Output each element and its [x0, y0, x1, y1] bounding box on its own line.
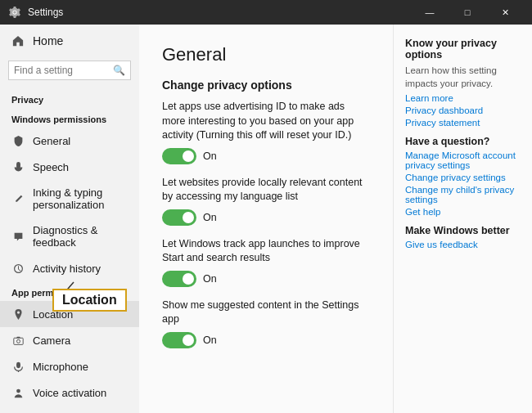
close-button[interactable]: ✕: [486, 0, 524, 25]
right-text-0: Learn how this setting impacts your priv…: [405, 64, 521, 90]
sidebar-item-microphone[interactable]: Microphone: [0, 353, 139, 379]
right-section-title-0: Know your privacy options: [405, 38, 521, 61]
page-title: General: [162, 44, 370, 65]
microphone-icon: [11, 160, 25, 173]
search-icon: 🔍: [113, 65, 125, 76]
app-permissions-label: App permissions: [0, 281, 139, 301]
maximize-button[interactable]: □: [449, 0, 486, 25]
pin-icon: [11, 308, 25, 321]
toggle-app-launches-label: On: [203, 273, 217, 285]
right-link-learn-more[interactable]: Learn more: [405, 93, 521, 103]
setting-app-launches-desc: Let Windows track app launches to improv…: [162, 237, 370, 266]
app-container: Home 🔍 Privacy Windows permissions Gener…: [0, 25, 532, 413]
setting-app-launches: Let Windows track app launches to improv…: [162, 237, 370, 287]
sidebar-item-speech[interactable]: Speech: [0, 154, 139, 180]
title-bar: Settings — □ ✕: [0, 0, 532, 25]
search-box[interactable]: 🔍: [8, 61, 131, 80]
pen-icon: [11, 192, 25, 205]
toggle-advertising-label: On: [203, 150, 217, 162]
sidebar-item-activity[interactable]: Activity history: [0, 255, 139, 281]
sidebar-item-home[interactable]: Home: [0, 25, 139, 57]
comment-icon: [11, 230, 25, 243]
right-link-child-privacy[interactable]: Change my child's privacy settings: [405, 185, 521, 204]
sidebar-item-voice[interactable]: Voice activation: [0, 379, 139, 406]
mic-icon: [11, 360, 25, 373]
svg-rect-2: [13, 338, 22, 344]
sidebar: Home 🔍 Privacy Windows permissions Gener…: [0, 25, 139, 413]
right-link-privacy-statement[interactable]: Privacy statement: [405, 118, 521, 128]
toggle-suggested[interactable]: [162, 332, 196, 348]
setting-language-desc: Let websites provide locally relevant co…: [162, 176, 370, 204]
toggle-row-suggested: On: [162, 332, 370, 348]
toggle-language-label: On: [203, 212, 217, 223]
sidebar-item-inking[interactable]: Inking & typing personalization: [0, 180, 139, 218]
search-input[interactable]: [14, 65, 113, 76]
toggle-row-language: On: [162, 209, 370, 226]
sidebar-item-camera[interactable]: Camera: [0, 327, 139, 353]
sidebar-item-notifications[interactable]: Notifications: [0, 406, 139, 413]
settings-icon: [8, 6, 21, 19]
right-section-title-2: Make Windows better: [405, 225, 521, 236]
privacy-label: Privacy: [0, 88, 139, 108]
section-heading: Change privacy options: [162, 79, 370, 92]
svg-point-3: [16, 339, 20, 343]
toggle-advertising[interactable]: [162, 148, 196, 164]
setting-advertising: Let apps use advertising ID to make ads …: [162, 100, 370, 164]
toggle-app-launches[interactable]: [162, 271, 196, 287]
sidebar-item-diagnostics[interactable]: Diagnostics & feedback: [0, 218, 139, 255]
main-content: General Change privacy options Let apps …: [139, 25, 393, 413]
toggle-row-advertising: On: [162, 148, 370, 164]
voice-icon: [11, 386, 25, 399]
toggle-row-app-launches: On: [162, 271, 370, 287]
setting-suggested-desc: Show me suggested content in the Setting…: [162, 299, 370, 327]
clock-icon: [11, 262, 25, 275]
toggle-language[interactable]: [162, 209, 196, 226]
title-bar-controls: — □ ✕: [411, 0, 524, 25]
svg-point-5: [16, 388, 20, 393]
home-icon: [11, 34, 25, 47]
sidebar-item-location[interactable]: Location: [0, 301, 139, 327]
camera-icon: [11, 334, 25, 347]
title-bar-left: Settings: [8, 6, 63, 19]
toggle-suggested-label: On: [203, 334, 217, 346]
right-section-title-1: Have a question?: [405, 136, 521, 147]
right-link-privacy-dashboard[interactable]: Privacy dashboard: [405, 105, 521, 115]
right-panel: Know your privacy options Learn how this…: [393, 25, 532, 413]
sidebar-item-general[interactable]: General: [0, 128, 139, 154]
setting-language: Let websites provide locally relevant co…: [162, 176, 370, 226]
setting-advertising-desc: Let apps use advertising ID to make ads …: [162, 100, 370, 143]
right-link-manage-account[interactable]: Manage Microsoft account privacy setting…: [405, 150, 521, 170]
right-link-change-privacy[interactable]: Change privacy settings: [405, 173, 521, 182]
title-bar-title: Settings: [28, 7, 63, 18]
right-link-feedback[interactable]: Give us feedback: [405, 240, 521, 249]
minimize-button[interactable]: —: [411, 0, 449, 25]
right-link-get-help[interactable]: Get help: [405, 207, 521, 217]
windows-permissions-label: Windows permissions: [0, 108, 139, 128]
setting-suggested: Show me suggested content in the Setting…: [162, 299, 370, 348]
shield-icon: [11, 134, 25, 147]
svg-rect-4: [16, 361, 20, 367]
